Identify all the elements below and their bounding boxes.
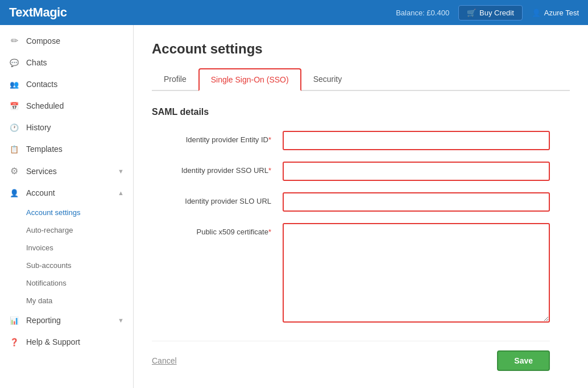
balance-display: Balance: £0.400 xyxy=(396,9,449,17)
sidebar-label-contacts: Contacts xyxy=(26,80,57,89)
certificate-textarea[interactable] xyxy=(283,223,550,323)
sidebar-label-account: Account xyxy=(26,188,55,197)
history-icon xyxy=(9,122,19,133)
reporting-chevron-icon: ▼ xyxy=(118,317,124,324)
field-row-certificate: Public x509 certificate* xyxy=(152,223,550,323)
account-icon xyxy=(9,188,19,198)
compose-icon xyxy=(9,35,19,46)
sidebar-sub-item-account-settings[interactable]: Account settings xyxy=(26,204,133,221)
sidebar-sub-item-my-data[interactable]: My data xyxy=(26,292,133,309)
sidebar-label-help: Help & Support xyxy=(26,337,80,346)
save-button[interactable]: Save xyxy=(497,350,550,371)
sidebar: Compose Chats Contacts Scheduled History… xyxy=(0,25,134,388)
navbar: TextMagic Balance: £0.400 🛒 Buy Credit 👤… xyxy=(0,0,588,25)
user-icon: 👤 xyxy=(532,9,541,17)
field-label-slo-url: Identity provider SLO URL xyxy=(152,192,283,205)
user-menu-button[interactable]: 👤 Azure Test xyxy=(532,9,579,17)
field-label-sso-url: Identity provider SSO URL* xyxy=(152,162,283,175)
field-row-entity-id: Identity provider Entity ID* xyxy=(152,131,550,150)
form-actions: Cancel Save xyxy=(152,341,550,371)
cart-icon: 🛒 xyxy=(467,9,476,17)
field-row-sso-url: Identity provider SSO URL* xyxy=(152,162,550,181)
field-row-slo-url: Identity provider SLO URL xyxy=(152,192,550,212)
sidebar-sub-item-invoices[interactable]: Invoices xyxy=(26,239,133,257)
services-icon xyxy=(9,166,19,176)
tabs-container: Profile Single Sign-On (SSO) Security xyxy=(152,68,570,91)
account-submenu: Account settings Auto-recharge Invoices … xyxy=(0,204,133,309)
sidebar-item-history[interactable]: History xyxy=(0,117,133,138)
sidebar-label-history: History xyxy=(26,123,51,132)
sso-url-input[interactable] xyxy=(283,162,550,181)
section-title: SAML details xyxy=(152,107,570,117)
required-marker: * xyxy=(268,135,271,144)
sidebar-sub-item-sub-accounts[interactable]: Sub-accounts xyxy=(26,257,133,274)
brand-logo: TextMagic xyxy=(9,5,67,20)
field-label-entity-id: Identity provider Entity ID* xyxy=(152,131,283,144)
buy-credit-button[interactable]: 🛒 Buy Credit xyxy=(458,5,523,20)
sidebar-item-templates[interactable]: Templates xyxy=(0,138,133,160)
slo-url-input[interactable] xyxy=(283,192,550,212)
tab-sso[interactable]: Single Sign-On (SSO) xyxy=(198,68,301,91)
entity-id-input[interactable] xyxy=(283,131,550,150)
sidebar-sub-item-auto-recharge[interactable]: Auto-recharge xyxy=(26,221,133,239)
sidebar-item-chats[interactable]: Chats xyxy=(0,52,133,73)
sidebar-item-reporting[interactable]: Reporting ▼ xyxy=(0,309,133,331)
user-label: Azure Test xyxy=(544,9,579,17)
sidebar-label-scheduled: Scheduled xyxy=(26,101,64,110)
sidebar-item-help[interactable]: Help & Support xyxy=(0,331,133,353)
sidebar-label-templates: Templates xyxy=(26,145,63,154)
field-label-certificate: Public x509 certificate* xyxy=(152,223,283,236)
chats-icon xyxy=(9,57,19,68)
sidebar-label-chats: Chats xyxy=(26,58,47,67)
tab-security[interactable]: Security xyxy=(301,68,354,91)
sidebar-item-contacts[interactable]: Contacts xyxy=(0,73,133,95)
required-marker: * xyxy=(268,228,271,236)
account-chevron-icon: ▲ xyxy=(118,189,124,196)
saml-form: Identity provider Entity ID* Identity pr… xyxy=(152,131,550,371)
reporting-icon xyxy=(9,315,19,325)
sidebar-item-scheduled[interactable]: Scheduled xyxy=(0,95,133,117)
sidebar-label-reporting: Reporting xyxy=(26,316,61,325)
cancel-link[interactable]: Cancel xyxy=(152,356,177,365)
sidebar-label-compose: Compose xyxy=(26,36,60,46)
page-title: Account settings xyxy=(152,41,570,57)
help-icon xyxy=(9,337,19,347)
services-chevron-icon: ▼ xyxy=(118,168,124,175)
required-marker: * xyxy=(268,166,271,175)
sidebar-sub-item-notifications[interactable]: Notifications xyxy=(26,274,133,292)
sidebar-item-compose[interactable]: Compose xyxy=(0,30,133,52)
sidebar-item-services[interactable]: Services ▼ xyxy=(0,160,133,182)
app-body: Compose Chats Contacts Scheduled History… xyxy=(0,25,588,388)
templates-icon xyxy=(9,144,19,154)
sidebar-item-account[interactable]: Account ▲ xyxy=(0,182,133,204)
tab-profile[interactable]: Profile xyxy=(152,68,198,91)
buy-credit-label: Buy Credit xyxy=(479,9,514,17)
sidebar-label-services: Services xyxy=(26,167,57,176)
scheduled-icon xyxy=(9,101,19,111)
main-content: Account settings Profile Single Sign-On … xyxy=(134,25,588,388)
navbar-right: Balance: £0.400 🛒 Buy Credit 👤 Azure Tes… xyxy=(396,5,579,20)
contacts-icon xyxy=(9,79,19,89)
